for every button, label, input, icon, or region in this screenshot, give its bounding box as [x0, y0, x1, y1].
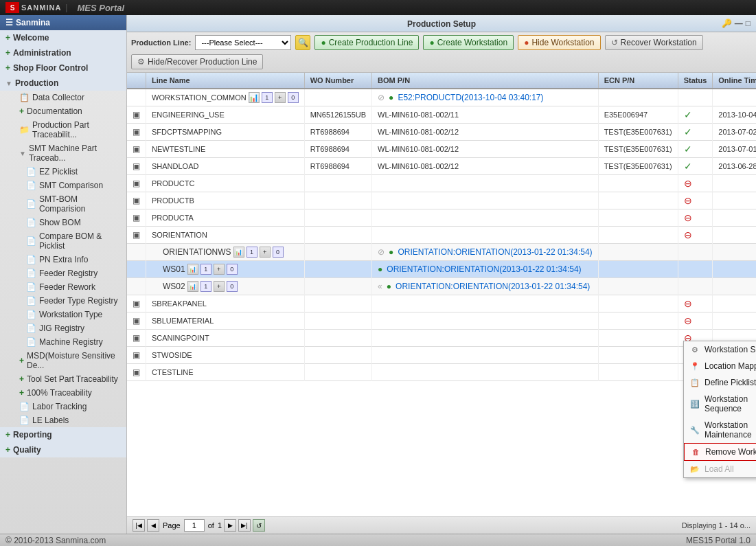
row-online-cell — [713, 261, 756, 278]
row-online-cell: 2013-07-02 23:22:59 — [713, 124, 756, 141]
production-line-select[interactable]: ---Please Select--- — [195, 35, 291, 50]
row-ecn-cell — [598, 261, 678, 278]
table-row[interactable]: ▣ SHANDLOAD RT6988694 WL-MIN610-081-002/… — [127, 158, 756, 175]
sequence-icon: 🔢 — [689, 398, 700, 409]
bom-link[interactable]: ORIENTATION:ORIENTATION(2013-01-22 01:34… — [387, 264, 581, 274]
table-row[interactable]: ▣ PRODUCTA ⊖ — [127, 209, 756, 227]
row-status-cell: ⊖ — [678, 295, 713, 312]
table-row[interactable]: ▣ PRODUCTB ⊖ — [127, 192, 756, 209]
logo-box: S — [5, 2, 19, 13]
sidebar-item-data-collector[interactable]: 📋 Data Collector — [0, 91, 126, 104]
sidebar-item-shop-floor[interactable]: + Shop Floor Control — [0, 60, 126, 76]
sidebar-item-jig-registry[interactable]: 📄 JIG Registry — [0, 321, 126, 335]
company-name: SANMINA — [21, 3, 61, 12]
search-button[interactable]: 🔍 — [295, 35, 310, 50]
sidebar-item-traceability[interactable]: + 100% Traceability — [0, 386, 126, 400]
sidebar-smtbom-label: SMT-BOM Comparision — [39, 194, 121, 214]
ctx-workstation-maintenance[interactable]: 🔧 Workstation Maintenance — [684, 417, 756, 443]
sidebar-item-welcome[interactable]: + Welcome — [0, 30, 126, 45]
sidebar-ez-label: EZ Picklist — [39, 167, 78, 177]
sidebar-item-feeder-rework[interactable]: 📄 Feeder Rework — [0, 280, 126, 294]
ws-icon-xls[interactable]: 📊 — [249, 92, 260, 103]
ws-icon-xls[interactable]: 📊 — [187, 264, 198, 275]
ws-icon-plus[interactable]: + — [260, 247, 271, 258]
table-row[interactable]: ▣ SBREAKPANEL ⊖ — [127, 295, 756, 312]
create-workstation-button[interactable]: ● Create Workstation — [423, 35, 514, 50]
ctx-workstation-setup[interactable]: ⚙ Workstation Setup — [684, 341, 756, 358]
page-refresh-button[interactable]: ↺ — [253, 519, 265, 532]
ws-icon-plus[interactable]: + — [275, 92, 286, 103]
ws-icon-plus[interactable]: + — [214, 264, 225, 275]
maximize-icon[interactable]: □ — [746, 19, 751, 28]
ws-icons: 📊 1 + 0 — [187, 264, 238, 275]
ctx-define-picklist[interactable]: 📋 Define Picklist — [684, 374, 756, 391]
sidebar-jig-label: JIG Registry — [39, 323, 84, 333]
create-production-line-button[interactable]: ● Create Production Line — [314, 35, 419, 50]
page-next-button[interactable]: ▶ — [224, 519, 236, 532]
page-number-input[interactable] — [184, 519, 205, 532]
page-first-button[interactable]: |◀ — [133, 519, 145, 532]
row-name-cell: ENGINEERING_USE — [146, 106, 305, 124]
table-row[interactable]: WS02 📊 1 + 0 « — [127, 278, 756, 295]
ctx-workstation-sequence[interactable]: 🔢 Workstation Sequence — [684, 391, 756, 417]
sidebar-item-tool-set[interactable]: + Tool Set Part Traceability — [0, 372, 126, 386]
table-row[interactable]: ▣ NEWTESTLINE RT6988694 WL-MIN610-081-00… — [127, 141, 756, 158]
hide-workstation-button[interactable]: ● Hide Workstation — [518, 35, 600, 50]
row-bom-cell — [372, 330, 599, 347]
row-name-text: ORIENTATIONWS — [163, 247, 231, 257]
sidebar-item-ez-picklist[interactable]: 📄 EZ Picklist — [0, 165, 126, 179]
sidebar-item-show-bom[interactable]: 📄 Show BOM — [0, 216, 126, 229]
sidebar-item-smt-bom[interactable]: 📄 SMT-BOM Comparision — [0, 192, 126, 216]
status-red-icon: ⊖ — [684, 298, 692, 309]
key-icon[interactable]: 🔑 — [722, 19, 732, 28]
sidebar-item-production[interactable]: ▼ Production — [0, 76, 126, 91]
minimize-icon[interactable]: — — [735, 19, 743, 28]
table-row[interactable]: ORIENTATIONWS 📊 1 + 0 ⊘ — [127, 244, 756, 261]
sidebar-item-reporting[interactable]: + Reporting — [0, 427, 126, 442]
bom-link[interactable]: ORIENTATION:ORIENTATION(2013-01-22 01:34… — [396, 282, 590, 291]
content-header: Production Setup 🔑 — □ — [127, 15, 756, 32]
row-name-cell: SFDCPTSMAPPING — [146, 124, 305, 141]
sidebar-item-administration[interactable]: + Administration — [0, 45, 126, 60]
table-row[interactable]: ▣ SFDCPTSMAPPING RT6988694 WL-MIN610-081… — [127, 124, 756, 141]
ws-icon-plus[interactable]: + — [214, 281, 225, 292]
table-row[interactable]: WS01 📊 1 + 0 ● — [127, 261, 756, 278]
page-last-button[interactable]: ▶| — [238, 519, 251, 532]
ws-icon-xls[interactable]: 📊 — [233, 247, 244, 258]
ctx-remove-workstation[interactable]: 🗑 Remove Workstation — [684, 443, 756, 461]
recover-workstation-button[interactable]: ↺ Recover Workstation — [605, 35, 703, 50]
ws-icon-xls[interactable]: 📊 — [187, 281, 198, 292]
table-row[interactable]: ▣ SORIENTATION ⊖ — [127, 227, 756, 244]
page-prev-button[interactable]: ◀ — [147, 519, 159, 532]
hide-recover-pl-button[interactable]: ⚙ Hide/Recover Production Line — [131, 54, 263, 69]
table-row[interactable]: ▣ SBLUEMATERIAL ⊖ — [127, 312, 756, 330]
sidebar-item-smt-machine[interactable]: ▼ SMT Machine Part Traceab... — [0, 141, 126, 165]
sidebar-item-msd[interactable]: + MSD(Moisture Sensitive De... — [0, 349, 126, 372]
remove-icon: 🗑 — [690, 446, 701, 457]
ctx-location-mapping[interactable]: 📍 Location Mapping — [684, 358, 756, 374]
bom-link[interactable]: E52:PRODUCTD(2013-10-04 03:40:17) — [398, 93, 543, 102]
sidebar-item-labor-tracking[interactable]: 📄 Labor Tracking — [0, 400, 126, 413]
sidebar-item-feeder-type[interactable]: 📄 Feeder Type Registry — [0, 294, 126, 308]
row-status-cell: ✓ — [678, 124, 713, 141]
sidebar-item-compare-bom[interactable]: 📄 Compare BOM & Picklist — [0, 229, 126, 253]
sidebar-item-documentation[interactable]: + Documentation — [0, 104, 126, 118]
sidebar-item-le-labels[interactable]: 📄 LE Labels — [0, 413, 126, 427]
table-row[interactable]: ▣ SCANINGPOINT ⊖ — [127, 330, 756, 347]
table-row[interactable]: ▣ CTESTLINE ⊖ — [127, 364, 756, 381]
sidebar-item-production-part[interactable]: 📁 Production Part Traceabilit... — [0, 118, 126, 141]
sidebar-header-sanmina[interactable]: ☰ Sanmina — [0, 15, 126, 30]
table-row[interactable]: ▣ ENGINEERING_USE MN65126155UB WL-MIN610… — [127, 106, 756, 124]
sidebar-frw-label: Feeder Rework — [39, 282, 95, 292]
sidebar-item-feeder-registry[interactable]: 📄 Feeder Registry — [0, 266, 126, 280]
sidebar-item-workstation-type[interactable]: 📄 Workstation Type — [0, 308, 126, 321]
bom-link[interactable]: ORIENTATION:ORIENTATION(2013-01-22 01:34… — [398, 247, 592, 257]
table-row[interactable]: ▣ STWOSIDE ⊖ — [127, 347, 756, 364]
sidebar-item-smt-comparison[interactable]: 📄 SMT Comparison — [0, 179, 126, 192]
sidebar-item-machine-registry[interactable]: 📄 Machine Registry — [0, 335, 126, 349]
table-row[interactable]: ▣ PRODUCTC ⊖ — [127, 175, 756, 192]
table-row[interactable]: WORKSTATION_COMMON 📊 1 + 0 — [127, 89, 756, 106]
row-name-cell: SORIENTATION — [146, 227, 305, 244]
sidebar-item-pn-extra[interactable]: 📄 PN Extra Info — [0, 253, 126, 266]
sidebar-item-quality[interactable]: + Quality — [0, 442, 126, 457]
